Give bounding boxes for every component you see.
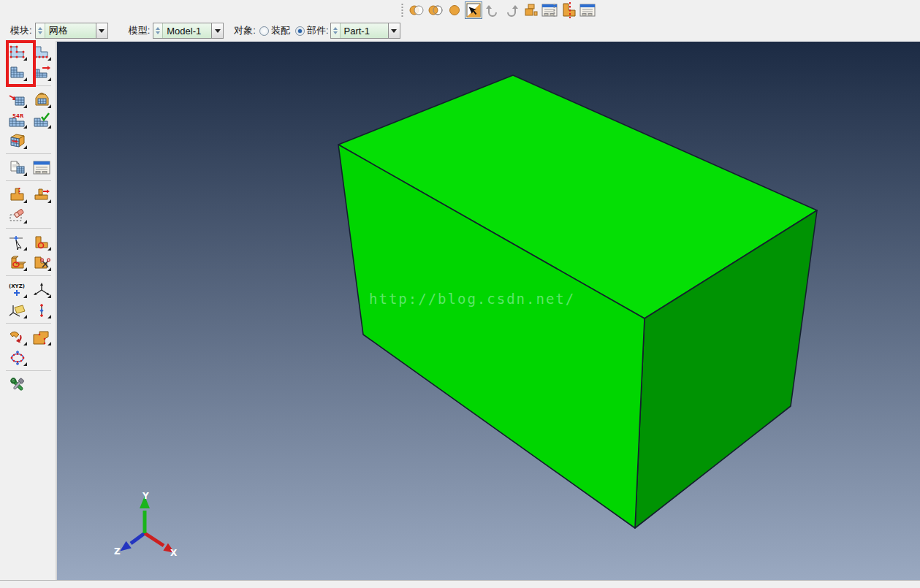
chevron-down-icon[interactable] [388,23,400,38]
x-axis-label: X [170,548,178,558]
mesh-manager-icon[interactable] [31,159,52,177]
datum-csys-icon[interactable] [31,280,52,299]
manager-window-icon-2[interactable] [579,1,596,19]
spinner-icon[interactable] [331,23,341,38]
copy-mesh-icon[interactable] [7,159,28,177]
part-combo[interactable]: Part-1 [330,23,400,39]
part-blocks-icon[interactable] [522,1,539,19]
edit-sketch-icon[interactable] [7,348,28,367]
undo-icon[interactable] [484,1,501,19]
trim-cut-icon[interactable] [31,253,52,272]
mesh-toolbox: S4R [7,43,54,396]
module-label: 模块: [10,24,32,37]
z-axis-label: Z [114,546,121,557]
edit-feature-icon[interactable] [7,328,28,346]
y-axis-label: Y [142,491,149,501]
context-bar: 模块: 网格 模型: Model-1 对象: 装配 部件: Part-1 [0,20,920,41]
object-label: 对象: [234,24,256,37]
verify-mesh-icon[interactable] [31,111,52,129]
feature-block-icon[interactable] [31,328,52,346]
spinner-icon[interactable] [153,23,163,38]
mesh-region-icon[interactable] [31,64,52,82]
delete-mesh-icon[interactable] [7,91,28,109]
part-radio[interactable] [295,26,305,36]
viewport[interactable]: http://blog.csdn.net/ Y X Z [57,42,920,580]
spinner-icon[interactable] [36,23,45,38]
element-type-icon[interactable]: S4R [7,111,28,129]
model-combo-value: Model-1 [163,23,211,38]
model-label: 模型: [129,24,151,37]
partition-cell-icon[interactable] [7,186,28,204]
model-combo[interactable]: Model-1 [153,23,224,39]
toolbar-group-partition [552,1,596,19]
viewport-canvas[interactable]: http://blog.csdn.net/ Y X Z [57,42,920,580]
chevron-down-icon[interactable] [96,23,107,38]
create-vertex-icon[interactable] [31,233,52,251]
datum-point-icon[interactable]: (XYZ) [7,280,28,299]
part-radio-label[interactable]: 部件: [307,24,329,37]
z-axis [131,533,145,543]
top-toolbar [0,0,920,20]
module-combo[interactable]: 网格 [35,23,108,39]
toolbar-grip-icon[interactable] [400,2,404,18]
coordinate-triad: Y X Z [114,491,178,558]
chevron-down-icon[interactable] [211,23,223,38]
two-circles-left-filled-icon[interactable] [427,1,444,19]
datum-plane-icon[interactable] [7,301,28,319]
partition-edge-icon[interactable] [31,186,52,204]
module-combo-value: 网格 [45,23,96,38]
toolbar-group-selection [400,1,558,19]
svg-text:(XYZ): (XYZ) [9,283,25,289]
svg-text:S4R: S4R [12,113,24,119]
select-arrow-icon[interactable] [465,1,482,19]
filled-circle-icon[interactable] [446,1,463,19]
bottom-up-mesh-icon[interactable] [7,131,28,150]
watermark-text: http://blog.csdn.net/ [369,291,575,307]
seed-part-icon[interactable] [7,43,28,61]
seed-edges-icon[interactable] [31,43,52,61]
customize-tools-icon[interactable] [7,375,28,394]
x-axis [145,533,164,546]
two-circles-right-filled-icon[interactable] [408,1,425,19]
toolbar-grip-icon[interactable] [552,2,556,18]
partition-dashed-icon[interactable] [560,1,577,19]
assembly-radio-label[interactable]: 装配 [271,24,290,37]
datum-axis-icon[interactable] [31,301,52,319]
part-combo-value: Part-1 [341,23,388,38]
query-pick-icon[interactable] [7,233,28,251]
mesh-part-icon[interactable] [7,64,28,82]
round-fillet-icon[interactable] [7,253,28,272]
mesh-controls-icon[interactable] [31,91,52,109]
window-bottom-edge [0,580,920,588]
assembly-radio[interactable] [259,26,269,36]
redo-icon[interactable] [503,1,520,19]
delete-feature-icon[interactable] [7,206,28,224]
